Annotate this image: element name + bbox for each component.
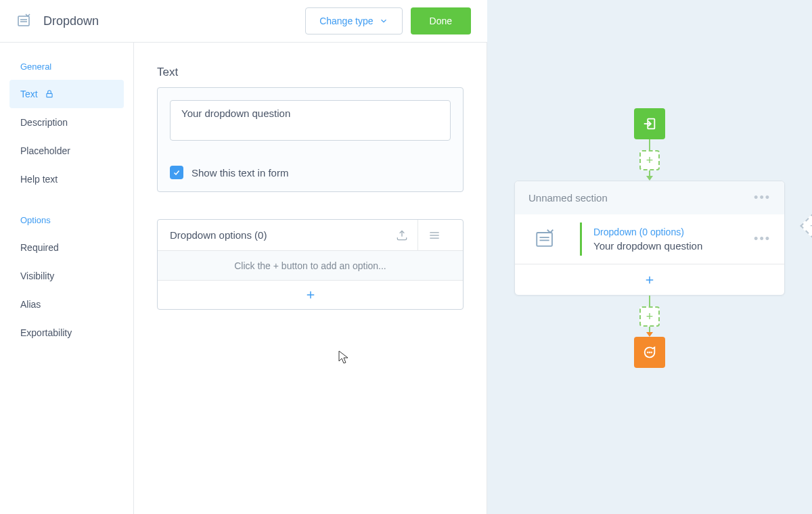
add-section-below-button[interactable]: + [639,306,660,327]
sidebar-item-placeholder[interactable]: Placeholder [0,137,133,165]
sidebar-item-label: Placeholder [20,145,70,156]
svg-point-17 [650,352,650,353]
chat-icon [642,345,657,360]
add-option-button[interactable] [158,281,463,309]
form-preview-pane: + Unnamed section ••• Dropd [487,0,812,514]
section-more-button[interactable]: ••• [754,191,771,205]
question-text: Your dropdown question [593,240,740,252]
text-panel: Show this text in form [157,87,464,192]
sidebar-item-description[interactable]: Description [0,108,133,137]
add-section-above-button[interactable]: + [639,150,660,170]
show-in-form-checkbox[interactable] [170,166,183,179]
sidebar-item-label: Required [20,242,59,253]
sidebar-group-general: General [0,62,133,80]
dropdown-options-panel: Dropdown options (0) Click the + button … [157,219,464,310]
upload-icon [395,229,409,242]
change-type-button[interactable]: Change type [305,7,402,34]
text-section-title: Text [157,66,464,79]
dropdown-type-icon [534,227,557,252]
sidebar-item-label: Description [20,117,68,128]
dropdown-type-icon [16,12,32,30]
change-type-label: Change type [319,16,373,26]
section-card: Unnamed section ••• Dropdown (0 options)… [514,181,785,296]
done-label: Done [430,16,452,26]
sidebar-item-label: Text [20,89,38,99]
options-empty-hint: Click the + button to add an option... [158,251,463,281]
settings-sidebar: General Text Description Placeholder Hel… [0,43,134,514]
sidebar-item-label: Alias [20,299,41,310]
flow-column: + Unnamed section ••• Dropd [487,108,812,368]
sidebar-item-required[interactable]: Required [0,233,133,262]
sidebar-item-help-text[interactable]: Help text [0,165,133,193]
add-question-button[interactable] [515,264,784,295]
sidebar-item-label: Visibility [20,271,54,281]
reorder-options-button[interactable] [418,220,451,251]
header-left: Dropdown [16,12,99,30]
flow-start-node[interactable] [634,108,665,139]
question-text-input[interactable] [170,100,451,141]
sidebar-item-exportability[interactable]: Exportability [0,319,133,347]
menu-lines-icon [428,229,441,242]
question-row[interactable]: Dropdown (0 options) Your dropdown quest… [515,214,784,264]
active-indicator [580,223,582,256]
editor-header: Dropdown Change type Done [0,0,487,43]
svg-point-16 [648,352,648,353]
flow-end-node[interactable] [634,337,665,368]
question-more-button[interactable]: ••• [754,232,771,246]
svg-rect-0 [18,16,29,26]
plus-icon [644,274,656,286]
sidebar-item-label: Exportability [20,327,72,338]
svg-point-18 [651,352,652,353]
svg-rect-11 [537,233,552,246]
section-card-header[interactable]: Unnamed section ••• [515,181,784,214]
enter-icon [642,116,657,131]
lock-icon [45,89,54,99]
arrow-down-icon [646,332,653,337]
sidebar-group-options: Options [0,215,133,233]
import-options-button[interactable] [386,220,418,251]
chevron-down-icon [379,16,388,26]
show-in-form-label: Show this text in form [191,167,288,179]
show-in-form-row: Show this text in form [158,155,463,191]
sidebar-item-label: Help text [20,174,58,185]
check-icon [173,168,181,177]
plus-icon [304,289,317,301]
done-button[interactable]: Done [411,7,471,34]
sidebar-item-visibility[interactable]: Visibility [0,262,133,290]
section-title: Unnamed section [528,192,608,204]
plus-icon: + [646,154,654,168]
options-title: Dropdown options (0) [170,229,267,241]
plus-icon: + [646,310,654,324]
sidebar-item-alias[interactable]: Alias [0,290,133,319]
editor-main: Text Show this text in form Dropdown opt… [134,43,487,514]
options-header: Dropdown options (0) [158,220,463,251]
arrow-down-icon [646,176,653,181]
header-actions: Change type Done [305,7,471,34]
svg-rect-3 [47,93,52,97]
question-type-label: Dropdown (0 options) [593,227,740,237]
sidebar-item-text[interactable]: Text [9,80,124,108]
page-title: Dropdown [43,14,99,28]
